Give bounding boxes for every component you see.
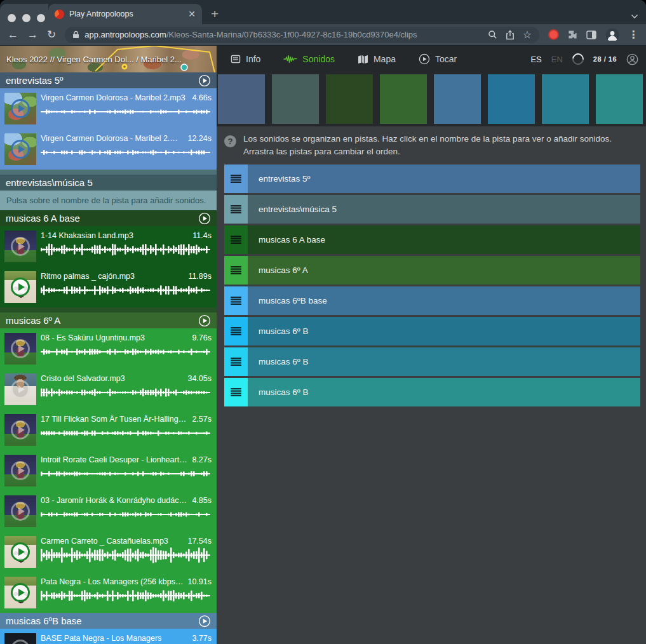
audio-clip[interactable]: Virgen Carmen Dolorosa - Maribel 2.mp34.… xyxy=(0,88,217,129)
clip-play-overlay-icon[interactable] xyxy=(11,583,30,602)
track-section-header[interactable]: entrevistas\música 5 xyxy=(0,175,217,191)
audio-clip[interactable]: BASE Pata Negra - Los Managers3.77s xyxy=(0,629,217,644)
drag-handle-icon[interactable] xyxy=(224,256,248,285)
new-tab-button[interactable]: + xyxy=(211,5,219,23)
clip-play-overlay-icon[interactable] xyxy=(11,140,30,159)
clip-thumbnail-garden xyxy=(4,93,36,124)
track-section-header[interactable]: musicas 6º A xyxy=(0,312,217,328)
lang-en-button[interactable]: EN xyxy=(551,55,563,64)
clip-thumbnail-footballer xyxy=(4,414,36,446)
tab-tocar[interactable]: Tocar xyxy=(419,53,457,65)
track-section-header[interactable]: musicas 6 A base xyxy=(0,210,217,226)
track-row[interactable]: entrevistas\música 5 xyxy=(224,195,640,224)
clip-play-overlay-icon[interactable] xyxy=(11,339,30,358)
bookmark-star-icon[interactable]: ☆ xyxy=(523,30,532,40)
clip-duration: 9.76s xyxy=(192,333,212,342)
track-color-tile[interactable] xyxy=(488,74,535,124)
breadcrumb[interactable]: Kleos 2022 // Virgen Carmen Dol... / Mar… xyxy=(0,46,217,72)
tab-info[interactable]: Info xyxy=(231,54,260,64)
sidebar-section: entrevistas\música 5Pulsa sobre el nombr… xyxy=(0,175,217,210)
drag-handle-icon[interactable] xyxy=(224,195,248,224)
clip-duration: 8.27s xyxy=(192,455,212,464)
reload-button[interactable]: ↻ xyxy=(47,29,56,40)
zoom-icon[interactable] xyxy=(488,30,497,39)
track-color-tile[interactable] xyxy=(596,74,643,124)
drag-handle-icon[interactable] xyxy=(224,286,248,315)
tab-overflow-chevron-icon[interactable] xyxy=(631,10,638,22)
share-icon[interactable] xyxy=(506,30,515,40)
waveform xyxy=(41,104,212,121)
screen-record-indicator-icon[interactable] xyxy=(548,29,559,40)
audio-clip[interactable]: Virgen Carmen Dolorosa - Maribel 2.mp312… xyxy=(0,129,217,170)
audio-clip[interactable]: Cristo del Salvador.mp334.05s xyxy=(0,369,217,410)
track-play-all-icon[interactable] xyxy=(198,615,211,627)
drag-handle-icon[interactable] xyxy=(224,378,248,406)
waveform xyxy=(41,506,212,524)
drag-handle-icon[interactable] xyxy=(224,225,248,254)
close-window-button[interactable] xyxy=(8,14,16,22)
browser-menu-icon[interactable]: ⋮ xyxy=(628,29,638,41)
track-row[interactable]: entrevistas 5º xyxy=(224,164,640,193)
clip-play-overlay-icon[interactable] xyxy=(11,380,30,399)
help-note: ? Los sonidos se organizan en pistas. Ha… xyxy=(224,133,637,158)
forward-button[interactable]: → xyxy=(27,29,38,40)
audio-clip[interactable]: Ritmo palmas _ cajón.mp311.89s xyxy=(0,267,217,307)
clip-play-overlay-icon[interactable] xyxy=(11,640,30,644)
lang-es-button[interactable]: ES xyxy=(530,55,541,64)
track-row[interactable]: musicas 6 A base xyxy=(224,225,640,254)
track-play-all-icon[interactable] xyxy=(198,74,211,87)
audio-clip[interactable]: 08 - Es Sakūru Uguntiņu.mp39.76s xyxy=(0,328,217,369)
track-section-header[interactable]: entrevistas 5º xyxy=(0,72,217,88)
drag-handle-icon[interactable] xyxy=(224,347,248,376)
audio-clip[interactable]: Pata Negra - Los Managers (256 kbps).mp3… xyxy=(0,572,217,613)
audio-clip[interactable]: 1-14 Khakasian Land.mp311.4s xyxy=(0,226,217,267)
clip-play-overlay-icon[interactable] xyxy=(11,542,30,561)
browser-tab[interactable]: Play Antropoloops ✕ xyxy=(48,4,202,24)
tab-close-icon[interactable]: ✕ xyxy=(188,9,196,19)
clip-title: 17 Till Flickan Som Är Tusen År-Halling … xyxy=(41,415,188,424)
clip-play-overlay-icon[interactable] xyxy=(11,99,30,118)
profile-avatar[interactable] xyxy=(605,28,619,42)
track-color-tile[interactable] xyxy=(380,74,427,124)
drag-handle-icon[interactable] xyxy=(224,317,248,345)
track-row[interactable]: musicas 6º B xyxy=(224,317,640,345)
minimize-window-button[interactable] xyxy=(22,14,30,22)
zoom-window-button[interactable] xyxy=(37,14,45,22)
clip-play-overlay-icon[interactable] xyxy=(11,420,30,439)
track-play-all-icon[interactable] xyxy=(198,314,211,327)
track-row[interactable]: musicas 6º A xyxy=(224,256,640,285)
tocar-icon xyxy=(419,53,430,65)
clip-play-overlay-icon[interactable] xyxy=(11,502,30,521)
audio-clip[interactable]: 03 - Jaromír Horák & Konrádyho dudácká .… xyxy=(0,491,217,532)
clip-title: 03 - Jaromír Horák & Konrádyho dudácká .… xyxy=(41,496,188,505)
address-bar[interactable]: app.antropoloops.com /Kleos-Santa-Marina… xyxy=(65,27,539,43)
clip-title: Ritmo palmas _ cajón.mp3 xyxy=(41,272,184,281)
help-question-icon: ? xyxy=(224,135,236,147)
track-play-all-icon[interactable] xyxy=(198,212,211,225)
track-color-tile[interactable] xyxy=(218,74,265,124)
track-row[interactable]: musicas 6º B xyxy=(224,347,640,376)
extensions-puzzle-icon[interactable] xyxy=(568,30,577,39)
clip-play-overlay-icon[interactable] xyxy=(11,278,30,297)
sidebar-section: musicas 6ºB baseBASE Pata Negra - Los Ma… xyxy=(0,613,217,644)
drag-handle-icon[interactable] xyxy=(224,164,248,193)
tab-mapa[interactable]: Mapa xyxy=(358,54,396,64)
clip-play-overlay-icon[interactable] xyxy=(11,237,30,256)
clip-play-overlay-icon[interactable] xyxy=(11,461,30,480)
audio-clip[interactable]: Carmen Carreto _ Castañuelas.mp317.54s xyxy=(0,532,217,572)
clip-title: 1-14 Khakasian Land.mp3 xyxy=(41,231,189,240)
track-section-header[interactable]: musicas 6ºB base xyxy=(0,613,217,629)
track-color-tile[interactable] xyxy=(272,74,319,124)
tab-sonidos[interactable]: Sonidos xyxy=(283,54,335,64)
track-row[interactable]: musicas 6ºB base xyxy=(224,286,640,315)
track-color-tile[interactable] xyxy=(542,74,589,124)
track-color-tile[interactable] xyxy=(434,74,481,124)
account-icon[interactable] xyxy=(626,53,638,65)
waveform xyxy=(41,587,212,605)
track-color-tile[interactable] xyxy=(326,74,373,124)
side-panel-icon[interactable] xyxy=(586,30,596,39)
audio-clip[interactable]: 17 Till Flickan Som Är Tusen År-Halling … xyxy=(0,410,217,450)
audio-clip[interactable]: Introit Rorate Caeli Desuper - Lionheart… xyxy=(0,450,217,491)
back-button[interactable]: ← xyxy=(8,29,18,40)
track-row[interactable]: musicas 6º B xyxy=(224,378,640,406)
